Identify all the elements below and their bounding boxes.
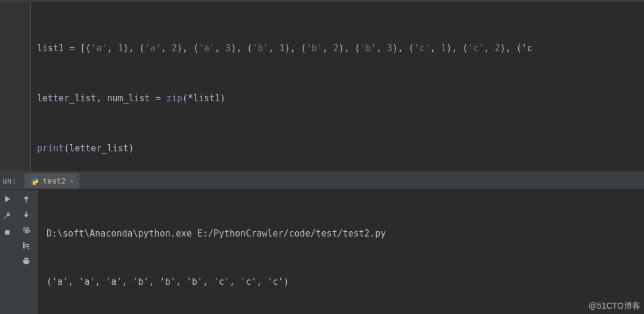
stop-icon[interactable] [1, 226, 14, 239]
run-tab-name: test2 [42, 176, 66, 185]
editor-tabs[interactable] [0, 0, 644, 2]
run-icon[interactable] [1, 192, 14, 206]
console-output[interactable]: D:\soft\Anaconda\python.exe E:/PythonCra… [38, 190, 644, 314]
arrow-up-icon[interactable] [20, 192, 33, 206]
console-line: ('a', 'a', 'a', 'b', 'b', 'b', 'c', 'c',… [47, 274, 644, 290]
wrench-icon[interactable] [1, 209, 14, 222]
svg-rect-0 [5, 230, 10, 235]
editor-area: list1 = [('a', 1), ('a', 2), ('a', 3), (… [0, 2, 644, 172]
code-line: letter_list, num_list = zip(*list1) [37, 90, 644, 107]
editor-gutter [0, 2, 31, 172]
watermark: @51CTO博客 [589, 301, 640, 312]
python-icon [30, 177, 39, 185]
console-line: D:\soft\Anaconda\python.exe E:/PythonCra… [47, 226, 644, 242]
run-label: un: [2, 176, 16, 185]
run-tool-body: D:\soft\Anaconda\python.exe E:/PythonCra… [0, 190, 644, 314]
soft-wrap-icon[interactable] [20, 223, 33, 237]
arrow-down-icon[interactable] [20, 208, 33, 221]
scroll-to-end-icon[interactable] [20, 239, 33, 252]
print-icon[interactable] [20, 254, 33, 268]
run-tab[interactable]: test2 ✕ [24, 173, 79, 188]
code-area[interactable]: list1 = [('a', 1), ('a', 2), ('a', 3), (… [31, 2, 644, 172]
close-icon[interactable]: ✕ [70, 177, 74, 185]
code-line: list1 = [('a', 1), ('a', 2), ('a', 3), (… [37, 40, 644, 57]
run-tool-header: un: test2 ✕ [0, 172, 644, 190]
run-toolbar-inner [14, 190, 38, 314]
code-line: print(letter_list) [37, 140, 644, 157]
run-toolbar-left [0, 190, 14, 314]
